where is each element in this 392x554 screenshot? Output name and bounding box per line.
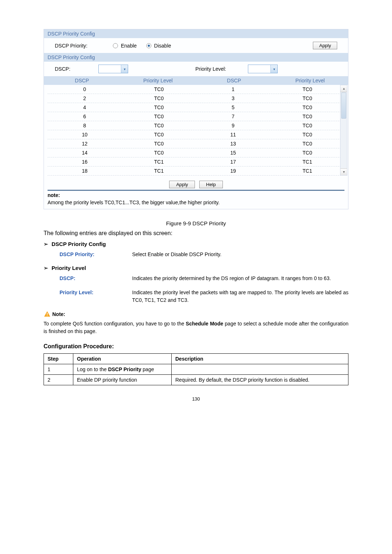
panel-title: DSCP Priority Config	[44, 29, 348, 38]
desc-val: Indicates the priority determined by the…	[132, 275, 348, 282]
desc-val: Indicates the priority level the packets…	[132, 289, 348, 304]
desc-val: Select Enable or Disable DSCP Priority.	[132, 251, 348, 258]
figure-caption: Figure 9-9 DSCP Priority	[44, 220, 348, 226]
table-apply-button[interactable]: Apply	[169, 181, 195, 188]
apply-button[interactable]: Apply	[313, 42, 337, 49]
table-row: 18TC119TC1	[48, 167, 344, 176]
intro-text: The following entries are displayed on t…	[44, 230, 348, 237]
table-row: 12TC013TC0	[48, 139, 344, 148]
table-row: 2 Enable DP priority function Required. …	[44, 375, 348, 385]
note-bar: note: Among the priority levels TC0,TC1.…	[48, 190, 344, 205]
priority-level-label: Priority Level:	[172, 66, 226, 72]
select-row: DSCP: ▾ Priority Level: ▾	[44, 62, 348, 76]
scroll-thumb[interactable]	[341, 93, 346, 119]
dscp-select[interactable]: ▾	[98, 65, 128, 73]
desc-key: DSCP Priority:	[60, 251, 132, 258]
note-title: Note:	[44, 311, 348, 318]
chevron-down-icon: ▾	[121, 65, 128, 73]
note-block: Note: To complete QoS function configura…	[44, 311, 348, 335]
enable-label: Enable	[121, 43, 137, 49]
table-row: 2TC03TC0	[48, 94, 344, 103]
chevron-down-icon: ▾	[270, 65, 277, 73]
table-row: 6TC07TC0	[48, 112, 344, 121]
col-priority: Priority Level	[120, 78, 196, 83]
desc-row: Priority Level: Indicates the priority l…	[60, 289, 348, 304]
dscp-priority-label: DSCP Priority:	[55, 43, 113, 49]
col-step: Step	[44, 354, 73, 364]
table-row: 4TC05TC0	[48, 103, 344, 112]
scrollbar[interactable]: ▴ ▾	[340, 85, 347, 176]
col-dscp-2: DSCP	[196, 78, 272, 83]
section-heading: DSCP Priority Config	[52, 241, 348, 247]
page-number: 130	[44, 396, 348, 402]
dscp-label: DSCP:	[55, 66, 98, 72]
dscp-priority-row: DSCP Priority: Enable Disable Apply	[44, 38, 348, 53]
table-row: 8TC09TC0	[48, 121, 344, 130]
data-rows: 0TC01TC0 2TC03TC0 4TC05TC0 6TC07TC0 8TC0…	[44, 85, 348, 176]
table-row: 0TC01TC0	[48, 85, 344, 94]
desc-key: DSCP:	[60, 275, 132, 282]
center-buttons: Apply Help	[44, 176, 348, 190]
priority-level-select[interactable]: ▾	[248, 65, 278, 73]
warning-icon	[44, 311, 51, 318]
desc-row: DSCP Priority: Select Enable or Disable …	[60, 251, 348, 258]
section-heading: Priority Level	[52, 265, 348, 271]
table-header-row: Step Operation Description	[44, 354, 348, 364]
desc-key: Priority Level:	[60, 289, 132, 304]
dscp-config-panel: DSCP Priority Config DSCP Priority: Enab…	[44, 29, 348, 209]
note-header: note:	[48, 192, 344, 198]
note-text: Among the priority levels TC0,TC1...TC3,…	[48, 200, 344, 205]
procedure-table: Step Operation Description 1 Log on to t…	[44, 353, 348, 385]
col-dscp: DSCP	[44, 78, 120, 83]
col-operation: Operation	[73, 354, 172, 364]
col-priority-2: Priority Level	[272, 78, 348, 83]
table-row: 1 Log on to the DSCP Priority page	[44, 364, 348, 375]
panel-title-2: DSCP Priority Config	[44, 53, 348, 62]
enable-radio[interactable]	[113, 43, 118, 48]
svg-rect-0	[47, 313, 48, 315]
disable-radio[interactable]	[146, 43, 151, 48]
table-row: 10TC011TC0	[48, 130, 344, 139]
col-description: Description	[172, 354, 348, 364]
note-body: To complete QoS function configuration, …	[44, 320, 348, 335]
table-row: 14TC015TC0	[48, 148, 344, 157]
desc-section: DSCP Priority Config DSCP Priority: Sele…	[44, 241, 348, 304]
scroll-up-icon[interactable]: ▴	[340, 85, 347, 92]
scroll-down-icon[interactable]: ▾	[340, 168, 347, 175]
table-header: DSCP Priority Level DSCP Priority Level	[44, 76, 348, 85]
radio-group: Enable Disable	[113, 43, 171, 49]
help-button[interactable]: Help	[199, 181, 223, 188]
desc-row: DSCP: Indicates the priority determined …	[60, 275, 348, 282]
table-row: 16TC117TC1	[48, 157, 344, 167]
disable-label: Disable	[154, 43, 171, 49]
svg-rect-1	[47, 315, 48, 316]
proc-heading: Configuration Procedure:	[44, 343, 348, 350]
